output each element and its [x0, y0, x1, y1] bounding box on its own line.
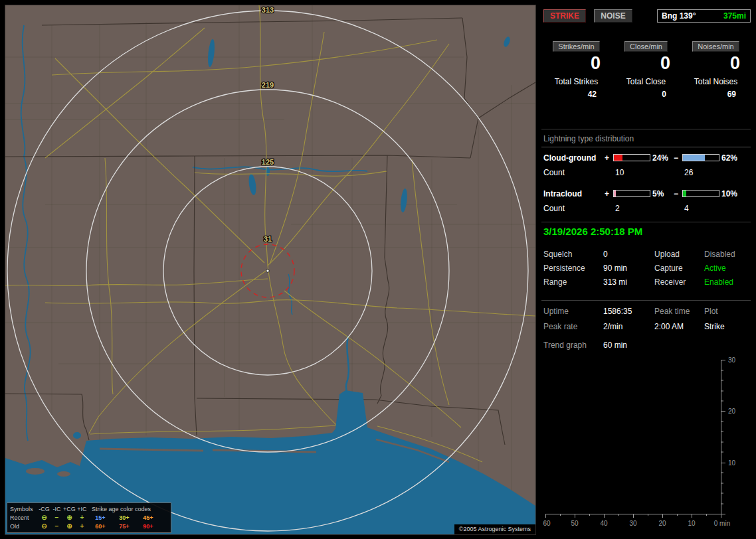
- ic-positive-bar: [613, 190, 650, 197]
- cloud-ground-row: Cloud-ground + 24% − 62%: [541, 153, 751, 163]
- distribution-title: Lightning type distribution: [541, 134, 751, 147]
- ring-label-31: 31: [264, 235, 272, 243]
- plus-sign: +: [605, 189, 613, 198]
- plot-label: Plot: [704, 307, 751, 316]
- stats-row-2: Peak rate 2/min 2:00 AM Strike: [541, 322, 751, 331]
- peak-time-label: Peak time: [654, 307, 704, 316]
- age-code: 45+: [136, 514, 160, 521]
- marsh-island: [26, 468, 45, 475]
- capture-label: Capture: [654, 264, 704, 273]
- divider: [541, 222, 751, 222]
- trend-axes: [545, 360, 721, 514]
- total-noises-label: Total Noises: [681, 77, 751, 86]
- marsh-island: [57, 471, 70, 477]
- receiver-status: Enabled: [704, 277, 751, 287]
- persistence-value: 90 min: [603, 264, 654, 273]
- neg-ic-symbol: −: [50, 514, 63, 521]
- bar-fill: [683, 191, 686, 196]
- noises-counter-column: Noises/min 0 Total Noises 69: [681, 41, 751, 99]
- bearing-value: Bng 139°: [662, 11, 696, 21]
- stats-row-3: Trend graph 60 min: [541, 341, 751, 350]
- legend-col-pos-cg: +CG: [63, 506, 76, 512]
- ring-label-219: 219: [262, 81, 274, 89]
- cg-negative-count: 26: [682, 168, 719, 177]
- strike-button[interactable]: STRIKE: [543, 9, 586, 23]
- capture-status: Active: [704, 264, 751, 273]
- stats-row-1: Uptime 1586:35 Peak time Plot: [541, 307, 751, 316]
- legend-col-neg-cg: -CG: [38, 506, 50, 512]
- legend-recent-row: Recent ⊖ − ⊕ + 15+ 30+ 45+: [10, 513, 168, 522]
- ic-negative-bar: [682, 190, 719, 197]
- legend-old-label: Old: [10, 523, 38, 530]
- x-tick-20: 20: [658, 520, 666, 527]
- noise-button[interactable]: NOISE: [594, 9, 632, 23]
- plus-sign: +: [605, 153, 613, 163]
- strikes-counter-column: Strikes/min 0 Total Strikes 42: [541, 41, 611, 99]
- y-major-ticks: [721, 360, 725, 514]
- cg-positive-count: 10: [613, 168, 650, 177]
- y-tick-10: 10: [728, 459, 736, 467]
- total-close-label: Total Close: [611, 77, 681, 86]
- legend-age-header: Strike age color codes: [88, 506, 168, 512]
- map-legend: Symbols -CG -IC +CG +IC Strike age color…: [7, 502, 171, 533]
- count-label: Count: [543, 168, 605, 177]
- legend-header-row: Symbols -CG -IC +CG +IC Strike age color…: [10, 504, 168, 513]
- total-strikes-label: Total Strikes: [541, 77, 611, 86]
- ic-negative-percent: 10%: [719, 189, 751, 198]
- close-per-min-value: 0: [611, 53, 681, 73]
- cg-negative-percent: 62%: [719, 153, 751, 163]
- pos-ic-symbol: +: [76, 522, 88, 530]
- squelch-label: Squelch: [543, 250, 603, 259]
- neg-cg-symbol: ⊖: [38, 514, 50, 521]
- ic-positive-percent: 5%: [650, 189, 674, 198]
- age-code: 75+: [112, 523, 136, 530]
- legend-col-pos-ic: +IC: [76, 506, 88, 512]
- divider: [541, 129, 751, 129]
- trend-graph-value: 60 min: [603, 341, 654, 350]
- settings-grid: Squelch 0 Upload Disabled Persistence 90…: [541, 250, 751, 287]
- plot-value: Strike: [704, 322, 751, 331]
- strikes-per-min-value: 0: [541, 53, 611, 73]
- legend-col-neg-ic: -IC: [50, 506, 63, 512]
- y-tick-30: 30: [728, 356, 736, 364]
- pos-cg-symbol: ⊕: [63, 522, 76, 530]
- x-tick-30: 30: [629, 520, 637, 527]
- noises-per-min-badge[interactable]: Noises/min: [692, 41, 739, 52]
- strikes-per-min-badge[interactable]: Strikes/min: [553, 41, 599, 52]
- close-per-min-badge[interactable]: Close/min: [624, 41, 668, 52]
- close-counter-column: Close/min 0 Total Close 0: [611, 41, 681, 99]
- age-code: 30+: [112, 514, 136, 521]
- x-tick-10: 10: [688, 520, 696, 527]
- receiver-label: Receiver: [654, 277, 704, 287]
- bearing-display: Bng 139° 375mi: [657, 9, 751, 23]
- current-timestamp: 3/19/2026 2:50:18 PM: [541, 226, 751, 237]
- copyright-notice: ©2005 Astrogenic Systems: [454, 524, 535, 534]
- age-code: 15+: [88, 514, 112, 521]
- cg-negative-bar: [682, 154, 719, 161]
- legend-old-row: Old ⊖ − ⊕ + 60+ 75+ 90+: [10, 522, 168, 530]
- bar-fill: [614, 155, 622, 161]
- cloud-ground-label: Cloud-ground: [543, 153, 605, 163]
- uptime-value: 1586:35: [603, 307, 654, 316]
- storm-map-area: 313 219 125 31 Symbols -CG -IC +CG +IC S…: [5, 5, 535, 534]
- neg-ic-symbol: −: [50, 522, 63, 530]
- intracloud-row: Intracloud + 5% − 10%: [541, 189, 751, 198]
- x-tick-40: 40: [600, 520, 608, 527]
- range-value: 313 mi: [603, 277, 654, 287]
- trend-graph: 30 20 10 60 50 40 30 20 10 0 min: [541, 354, 741, 531]
- age-code: 90+: [136, 523, 160, 530]
- intracloud-label: Intracloud: [543, 189, 605, 198]
- total-noises-value: 69: [681, 90, 751, 99]
- legend-recent-label: Recent: [10, 514, 38, 521]
- age-code: 60+: [88, 523, 112, 530]
- status-panel: STRIKE NOISE Bng 139° 375mi Strikes/min …: [541, 5, 751, 534]
- squelch-value: 0: [603, 250, 654, 259]
- x-tick-60: 60: [543, 520, 551, 527]
- ring-label-313: 313: [262, 6, 274, 14]
- legend-symbols-header: Symbols: [10, 506, 38, 512]
- count-label: Count: [543, 204, 605, 213]
- y-tick-20: 20: [728, 408, 736, 415]
- detector-position-marker: [266, 270, 269, 272]
- x-tick-0-min: 0 min: [714, 520, 730, 527]
- ic-positive-count: 2: [613, 204, 650, 213]
